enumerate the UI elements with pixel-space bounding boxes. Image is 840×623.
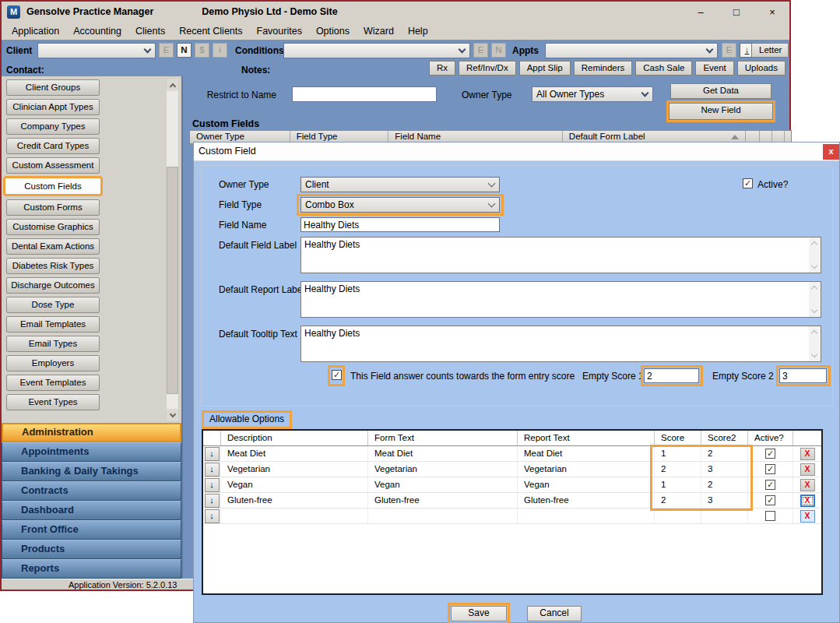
- menu-item[interactable]: Help: [401, 23, 435, 39]
- mini-button[interactable]: i: [213, 43, 227, 58]
- sidebar-item[interactable]: Email Types: [6, 336, 100, 352]
- nav-item[interactable]: Front Office: [2, 520, 181, 540]
- row-reorder-button[interactable]: ↓: [205, 463, 220, 477]
- column-header[interactable]: Score: [655, 431, 701, 445]
- column-header[interactable]: Description: [221, 431, 368, 445]
- sidebar-item[interactable]: Event Templates: [6, 375, 100, 391]
- field-type-combo[interactable]: Combo Box: [301, 197, 500, 213]
- sidebar-scrollbar[interactable]: [166, 78, 179, 422]
- restrict-to-name-input[interactable]: [292, 86, 437, 102]
- sidebar-item[interactable]: Client Groups: [6, 79, 100, 96]
- nav-item[interactable]: Dashboard: [2, 501, 181, 520]
- row-delete-button[interactable]: X: [800, 463, 815, 476]
- textarea-scrollbar[interactable]: [809, 282, 821, 317]
- row-active-checkbox[interactable]: ✓: [765, 480, 775, 490]
- row-delete-button[interactable]: X: [800, 495, 815, 507]
- cell-description[interactable]: Gluten-free: [221, 493, 368, 508]
- sidebar-item[interactable]: Credit Card Types: [6, 138, 100, 154]
- textarea-scrollbar[interactable]: [809, 326, 821, 361]
- sidebar-item[interactable]: Employers: [6, 355, 100, 371]
- active-checkbox[interactable]: ✓: [743, 178, 753, 188]
- cell-score[interactable]: 2: [655, 462, 701, 477]
- toolbar-action-button[interactable]: Event: [695, 61, 733, 76]
- sidebar-item[interactable]: Custom Assessment: [6, 157, 100, 174]
- cell-report-text[interactable]: Vegetarian: [518, 462, 655, 477]
- scrollbar-thumb[interactable]: [167, 167, 178, 394]
- nav-item[interactable]: Banking & Daily Takings: [2, 462, 181, 481]
- sidebar-item[interactable]: Dental Exam Actions: [6, 238, 100, 255]
- cell-score[interactable]: 2: [655, 493, 701, 508]
- appts-combo[interactable]: [545, 43, 718, 58]
- cell-form-text[interactable]: Vegetarian: [368, 462, 518, 477]
- column-header[interactable]: Active?: [748, 431, 793, 445]
- menu-item[interactable]: Favourites: [250, 23, 309, 39]
- score-counts-checkbox[interactable]: ✓: [332, 370, 342, 380]
- sidebar-item[interactable]: Company Types: [6, 118, 100, 135]
- client-combo[interactable]: [37, 43, 156, 58]
- allowable-options-tab[interactable]: Allowable Options: [202, 410, 292, 429]
- cell-form-text[interactable]: [368, 509, 518, 523]
- menu-item[interactable]: Options: [309, 23, 357, 39]
- cell-report-text[interactable]: Vegan: [518, 477, 655, 492]
- cell-score[interactable]: [655, 509, 701, 523]
- mini-button[interactable]: N: [491, 43, 506, 58]
- dialog-close-button[interactable]: x: [823, 144, 839, 160]
- row-active-checkbox[interactable]: ✓: [765, 449, 775, 459]
- cell-score[interactable]: 1: [655, 446, 701, 461]
- column-header[interactable]: Score2: [701, 431, 748, 445]
- row-active-checkbox[interactable]: [765, 511, 775, 521]
- row-reorder-button[interactable]: ↓: [205, 494, 220, 508]
- cell-score2[interactable]: 3: [701, 462, 748, 477]
- toolbar-action-button[interactable]: Ref/Inv/Dx: [459, 61, 516, 76]
- toolbar-action-button[interactable]: Rx: [429, 61, 455, 76]
- conditions-combo[interactable]: [283, 43, 470, 58]
- default-tooltip-textarea[interactable]: Healthy Diets: [301, 326, 821, 362]
- cell-report-text[interactable]: Gluten-free: [518, 493, 655, 508]
- nav-item[interactable]: Contracts: [2, 481, 181, 501]
- letter-button[interactable]: Letter: [751, 43, 789, 58]
- toolbar-action-button[interactable]: Appt Slip: [519, 61, 571, 76]
- nav-item[interactable]: Reports: [2, 559, 181, 579]
- close-icon[interactable]: ×: [764, 6, 780, 18]
- empty-score2-input[interactable]: [779, 368, 827, 383]
- empty-score1-input[interactable]: [644, 368, 699, 383]
- row-delete-button[interactable]: X: [800, 448, 815, 460]
- cell-score2[interactable]: 2: [701, 446, 748, 461]
- sidebar-item[interactable]: Event Types: [6, 394, 100, 410]
- row-delete-button[interactable]: X: [800, 510, 815, 523]
- minimize-icon[interactable]: –: [693, 6, 708, 18]
- mini-button[interactable]: N: [177, 43, 192, 58]
- cell-report-text[interactable]: [518, 509, 655, 523]
- toolbar-action-button[interactable]: Uploads: [737, 61, 786, 76]
- nav-item[interactable]: Appointments: [2, 442, 181, 462]
- sidebar-item[interactable]: Email Templates: [6, 316, 100, 333]
- cell-form-text[interactable]: Gluten-free: [368, 493, 518, 508]
- menu-item[interactable]: Recent Clients: [172, 23, 249, 39]
- sidebar-item[interactable]: Custom Forms: [6, 199, 100, 216]
- maximize-icon[interactable]: □: [729, 6, 744, 18]
- mini-button[interactable]: $: [195, 43, 209, 58]
- row-delete-button[interactable]: X: [800, 479, 815, 491]
- sidebar-item[interactable]: Custom Fields: [3, 176, 103, 196]
- row-active-checkbox[interactable]: ✓: [765, 495, 775, 505]
- scroll-up-button[interactable]: [167, 79, 178, 91]
- cell-form-text[interactable]: Meat Diet: [368, 446, 518, 461]
- mini-button[interactable]: E: [159, 43, 174, 58]
- menu-item[interactable]: Clients: [128, 23, 172, 39]
- menu-item[interactable]: Wizard: [357, 23, 401, 39]
- sidebar-item[interactable]: Customise Graphics: [6, 219, 100, 235]
- nav-item[interactable]: Products: [2, 540, 181, 559]
- scroll-down-button[interactable]: [167, 409, 178, 421]
- owner-type-combo[interactable]: All Owner Types: [532, 86, 653, 102]
- cell-description[interactable]: Meat Diet: [221, 446, 368, 461]
- cell-score[interactable]: 1: [655, 477, 701, 492]
- cancel-button[interactable]: Cancel: [527, 606, 582, 621]
- owner-type-combo[interactable]: Client: [301, 177, 500, 192]
- nav-item[interactable]: Administration: [2, 423, 181, 442]
- cell-report-text[interactable]: Meat Diet: [518, 446, 655, 461]
- cell-form-text[interactable]: Vegan: [368, 477, 518, 492]
- sidebar-item[interactable]: Discharge Outcomes: [6, 277, 100, 294]
- cell-description[interactable]: Vegan: [221, 477, 368, 492]
- textarea-scrollbar[interactable]: [809, 238, 821, 273]
- sidebar-item[interactable]: Clinician Appt Types: [6, 99, 100, 115]
